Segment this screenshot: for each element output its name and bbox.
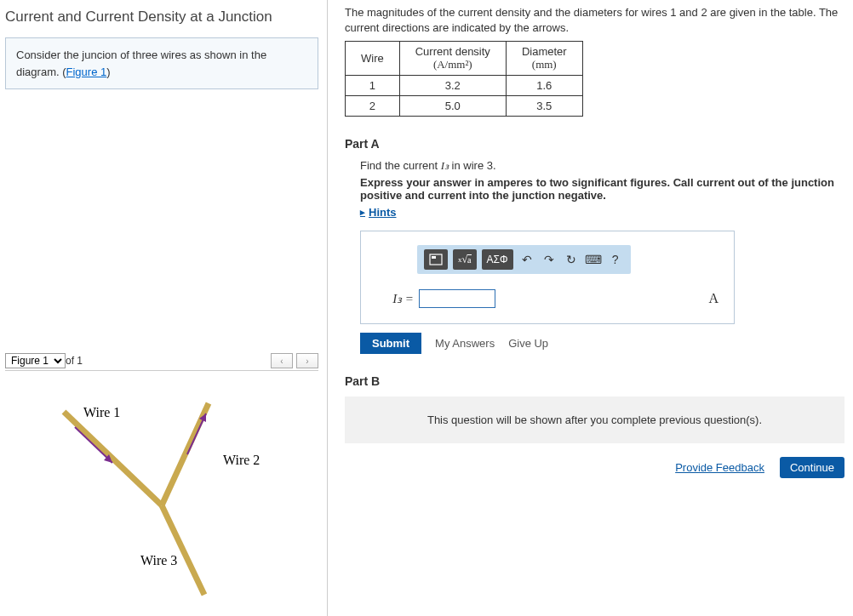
part-a-header: Part A	[345, 137, 844, 151]
th-wire: Wire	[346, 42, 400, 76]
figure-prev-button[interactable]: ‹	[271, 353, 293, 368]
junction-diagram: Wire 1 Wire 2 Wire 3	[5, 378, 318, 599]
unit-label: A	[708, 291, 718, 306]
table-row: 2 5.0 3.5	[346, 96, 583, 117]
undo-icon[interactable]: ↶	[518, 251, 535, 268]
greek-letters-button[interactable]: ΑΣΦ	[482, 249, 513, 270]
th-diameter: Diameter (mm)	[506, 42, 582, 76]
table-row: 1 3.2 1.6	[346, 76, 583, 96]
answer-box: x√a ΑΣΦ ↶ ↷ ↻ ⌨ ? I₃ = A	[360, 231, 735, 324]
figure-count: of 1	[66, 355, 83, 367]
svg-rect-7	[430, 254, 442, 265]
continue-button[interactable]: Continue	[780, 457, 844, 478]
figure-link[interactable]: Figure 1	[66, 66, 107, 78]
figure-next-button[interactable]: ›	[296, 353, 318, 368]
answer-input[interactable]	[419, 289, 495, 308]
template-icon[interactable]	[424, 249, 448, 270]
svg-line-0	[64, 412, 162, 505]
wire1-label: Wire 1	[83, 405, 120, 419]
reset-icon[interactable]: ↻	[563, 251, 580, 268]
wire3-label: Wire 3	[140, 553, 177, 568]
wire2-label: Wire 2	[223, 453, 260, 467]
equation-toolbar: x√a ΑΣΦ ↶ ↷ ↻ ⌨ ?	[417, 245, 631, 274]
radical-fraction-icon[interactable]: x√a	[453, 249, 477, 270]
part-b-locked-message: This question will be shown after you co…	[345, 396, 844, 443]
help-icon[interactable]: ?	[607, 251, 624, 268]
intro-text: The magnitudes of the current density an…	[345, 5, 844, 36]
provide-feedback-link[interactable]: Provide Feedback	[675, 461, 764, 474]
data-table: Wire Current density (A/mm²) Diameter (m…	[345, 41, 583, 117]
figure-selector[interactable]: Figure 1	[5, 353, 66, 368]
keyboard-icon[interactable]: ⌨	[585, 251, 602, 268]
part-b-header: Part B	[345, 374, 844, 388]
give-up-link[interactable]: Give Up	[508, 337, 548, 350]
variable-label: I₃ =	[376, 291, 414, 306]
hints-toggle[interactable]: Hints	[360, 206, 397, 219]
th-density: Current density (A/mm²)	[399, 42, 506, 76]
redo-icon[interactable]: ↷	[541, 251, 558, 268]
svg-line-2	[162, 505, 204, 595]
svg-rect-8	[432, 256, 436, 259]
problem-statement: Consider the juncion of three wires as s…	[5, 37, 318, 89]
part-a-instruction: Express your answer in amperes to two si…	[360, 176, 844, 202]
problem-text-suffix: )	[106, 66, 110, 78]
my-answers-link[interactable]: My Answers	[435, 337, 495, 350]
submit-button[interactable]: Submit	[360, 333, 421, 354]
problem-text: Consider the juncion of three wires as s…	[16, 48, 266, 78]
page-title: Current and Current Density at a Junctio…	[5, 9, 318, 26]
part-a-prompt: Find the current I₃ in wire 3.	[360, 159, 844, 173]
